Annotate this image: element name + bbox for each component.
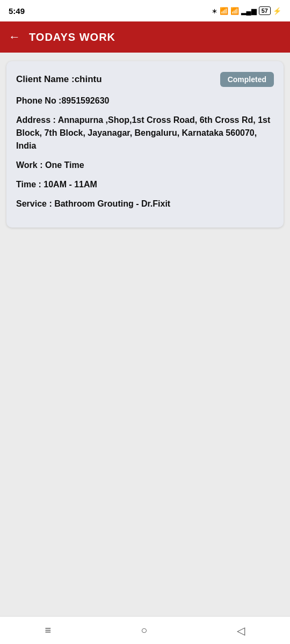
wifi-icon: 📶 bbox=[220, 7, 228, 15]
status-bar: 5:49 ∗ 📶 📶 ▂▄▆ 57 ⚡ bbox=[0, 0, 290, 21]
back-nav-icon[interactable]: ◁ bbox=[237, 624, 245, 637]
service-row: Service : Bathroom Grouting - Dr.Fixit bbox=[16, 197, 274, 210]
signal-icon: 📶 bbox=[230, 7, 239, 15]
battery-level: 57 bbox=[259, 6, 271, 15]
card-header: Client Name :chintu Completed bbox=[16, 72, 274, 87]
nav-bar: ← TODAYS WORK bbox=[0, 21, 290, 53]
work-label: Work : One Time bbox=[16, 159, 274, 172]
bottom-nav: ≡ ○ ◁ bbox=[0, 616, 290, 644]
status-time: 5:49 bbox=[9, 6, 25, 16]
phone-label: Phone No :8951592630 bbox=[16, 94, 274, 107]
address-row: Address : Annapurna ,Shop,1st Cross Road… bbox=[16, 114, 274, 152]
signal-bars: ▂▄▆ bbox=[241, 7, 257, 15]
charging-icon: ⚡ bbox=[273, 7, 281, 15]
client-name: Client Name :chintu bbox=[16, 74, 102, 85]
home-icon[interactable]: ○ bbox=[141, 624, 147, 636]
phone-row: Phone No :8951592630 bbox=[16, 94, 274, 107]
page-title: TODAYS WORK bbox=[29, 31, 115, 43]
time-row: Time : 10AM - 11AM bbox=[16, 178, 274, 191]
menu-icon[interactable]: ≡ bbox=[45, 624, 52, 636]
work-card: Client Name :chintu Completed Phone No :… bbox=[6, 61, 284, 228]
content-area: Client Name :chintu Completed Phone No :… bbox=[0, 53, 290, 616]
bluetooth-icon: ∗ bbox=[212, 7, 218, 15]
status-icons: ∗ 📶 📶 ▂▄▆ 57 ⚡ bbox=[212, 6, 281, 15]
service-label: Service : Bathroom Grouting - Dr.Fixit bbox=[16, 197, 274, 210]
back-button[interactable]: ← bbox=[9, 30, 20, 44]
work-row: Work : One Time bbox=[16, 159, 274, 172]
address-label: Address : Annapurna ,Shop,1st Cross Road… bbox=[16, 114, 274, 152]
time-label: Time : 10AM - 11AM bbox=[16, 178, 274, 191]
status-badge: Completed bbox=[220, 72, 274, 87]
